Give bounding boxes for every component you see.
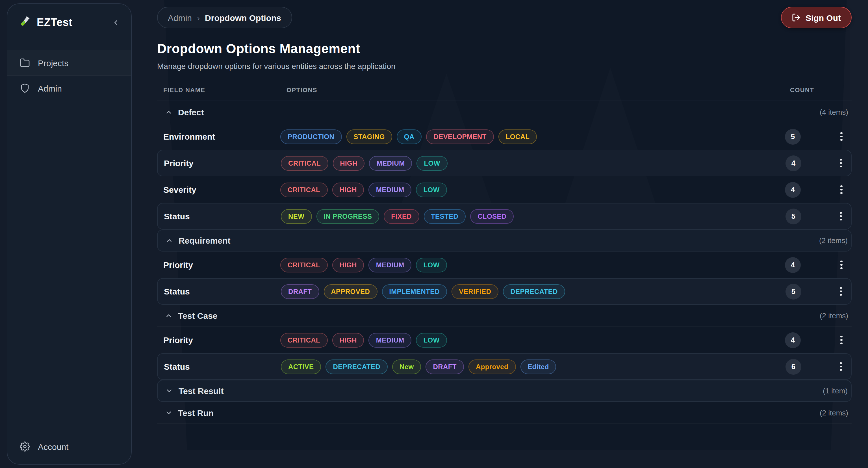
chevron-left-icon <box>112 19 120 27</box>
section-header-row[interactable]: Test Case (2 items) <box>157 305 851 327</box>
option-badge: CLOSED <box>470 209 514 223</box>
option-badge: CRITICAL <box>280 257 328 272</box>
table-row: Status NEWIN PROGRESSFIXEDTESTEDCLOSED 5 <box>157 203 851 229</box>
option-badge: DRAFT <box>426 359 464 374</box>
section-header-row[interactable]: Requirement (2 items) <box>157 229 851 252</box>
kebab-menu-button[interactable] <box>836 130 846 143</box>
option-badge: DEPRECATED <box>326 359 388 374</box>
table-row: Status ACTIVEDEPRECATEDNewDRAFTApprovedE… <box>157 353 851 380</box>
sidebar-item-projects[interactable]: Projects <box>7 50 131 76</box>
kebab-menu-button[interactable] <box>836 258 846 272</box>
field-name: Status <box>158 287 281 296</box>
option-badge: ACTIVE <box>281 359 321 374</box>
sidebar-nav: Projects Admin <box>7 50 131 101</box>
gear-icon <box>20 441 30 451</box>
kebab-menu-button[interactable] <box>836 210 846 223</box>
shield-icon <box>20 83 30 93</box>
kebab-menu-button[interactable] <box>836 285 846 298</box>
option-badge: New <box>392 359 421 374</box>
option-badge: LOW <box>416 333 447 347</box>
sidebar: EZTest Projects Admin Account <box>7 3 132 465</box>
section-items-count: (1 item) <box>823 386 848 395</box>
background-decor-strip <box>850 0 868 468</box>
option-badge: CRITICAL <box>281 156 328 170</box>
chevron-up-icon <box>165 312 173 319</box>
option-badge: LOW <box>416 182 447 197</box>
section-name: Defect <box>178 107 204 117</box>
option-badge: HIGH <box>332 182 364 197</box>
options-list: PRODUCTIONSTAGINGQADEVELOPMENTLOCAL <box>280 129 851 144</box>
chevron-down-icon <box>165 387 173 395</box>
option-badge: Edited <box>520 359 556 374</box>
sidebar-collapse-button[interactable] <box>111 18 121 28</box>
kebab-menu-button[interactable] <box>836 360 846 373</box>
option-badge: TESTED <box>424 209 466 223</box>
breadcrumb-parent-link[interactable]: Admin <box>168 13 192 22</box>
logout-icon <box>792 13 801 22</box>
option-badge: LOCAL <box>498 129 537 144</box>
breadcrumb-current: Dropdown Options <box>205 13 281 22</box>
field-name: Severity <box>157 185 280 194</box>
section-items-count: (2 items) <box>819 236 848 245</box>
option-badge: PRODUCTION <box>280 129 342 144</box>
sidebar-logo: EZTest <box>7 4 131 40</box>
brand-title: EZTest <box>37 17 111 29</box>
count-badge: 5 <box>785 208 801 224</box>
test-tube-icon <box>19 15 31 30</box>
section-name: Requirement <box>179 236 230 245</box>
options-list: DRAFTAPPROVEDIMPLEMENTEDVERIFIEDDEPRECAT… <box>281 284 851 299</box>
option-badge: IMPLEMENTED <box>382 284 447 299</box>
option-badge: DRAFT <box>281 284 319 299</box>
sidebar-item-account[interactable]: Account <box>7 431 131 464</box>
breadcrumb-separator-icon: › <box>197 13 200 22</box>
kebab-menu-button[interactable] <box>836 183 846 196</box>
kebab-menu-button[interactable] <box>836 156 846 170</box>
option-badge: MEDIUM <box>369 182 412 197</box>
option-badge: HIGH <box>332 257 364 272</box>
section-header-row[interactable]: Test Run (2 items) <box>157 402 851 424</box>
option-badge: LOW <box>417 156 447 170</box>
options-list: CRITICALHIGHMEDIUMLOW <box>280 333 851 347</box>
column-header-count: Count <box>790 87 814 93</box>
option-badge: LOW <box>416 257 447 272</box>
count-badge: 4 <box>785 155 801 171</box>
folder-icon <box>20 58 30 68</box>
count-badge: 4 <box>785 257 801 273</box>
section-header-row[interactable]: Test Result (1 item) <box>157 380 851 402</box>
count-badge: 4 <box>785 332 801 348</box>
sign-out-button[interactable]: Sign Out <box>781 7 851 28</box>
count-badge: 4 <box>785 182 801 197</box>
section-name: Test Run <box>178 408 214 417</box>
sidebar-item-label: Projects <box>38 58 68 67</box>
options-list: CRITICALHIGHMEDIUMLOW <box>280 257 851 272</box>
field-name: Priority <box>157 335 280 345</box>
section-header-row[interactable]: Defect (4 items) <box>157 101 851 123</box>
sidebar-item-label: Admin <box>38 83 62 93</box>
field-name: Priority <box>157 260 280 270</box>
column-header-field-name: Field Name <box>163 87 205 93</box>
option-badge: MEDIUM <box>369 333 412 347</box>
table-row: Status DRAFTAPPROVEDIMPLEMENTEDVERIFIEDD… <box>157 278 851 305</box>
option-badge: IN PROGRESS <box>316 209 379 223</box>
chevron-up-icon <box>165 237 173 244</box>
option-badge: Approved <box>468 359 516 374</box>
page-title: Dropdown Options Management <box>157 41 851 57</box>
table-row: Priority CRITICALHIGHMEDIUMLOW 4 <box>157 252 851 278</box>
field-name: Status <box>158 362 281 371</box>
kebab-menu-button[interactable] <box>836 333 846 347</box>
section-items-count: (2 items) <box>820 408 848 417</box>
options-list: ACTIVEDEPRECATEDNewDRAFTApprovedEdited <box>281 359 851 374</box>
option-badge: APPROVED <box>323 284 377 299</box>
section-name: Test Case <box>178 311 218 320</box>
count-badge: 5 <box>785 129 801 145</box>
option-badge: MEDIUM <box>369 156 412 170</box>
sidebar-item-admin[interactable]: Admin <box>7 76 131 101</box>
count-badge: 6 <box>785 358 801 374</box>
option-badge: NEW <box>281 209 312 223</box>
chevron-up-icon <box>165 108 173 116</box>
option-badge: FIXED <box>384 209 419 223</box>
sidebar-footer-label: Account <box>38 442 68 451</box>
options-list: CRITICALHIGHMEDIUMLOW <box>280 182 851 197</box>
option-badge: CRITICAL <box>280 333 328 347</box>
main-content: Admin › Dropdown Options Sign Out Dropdo… <box>157 0 851 468</box>
